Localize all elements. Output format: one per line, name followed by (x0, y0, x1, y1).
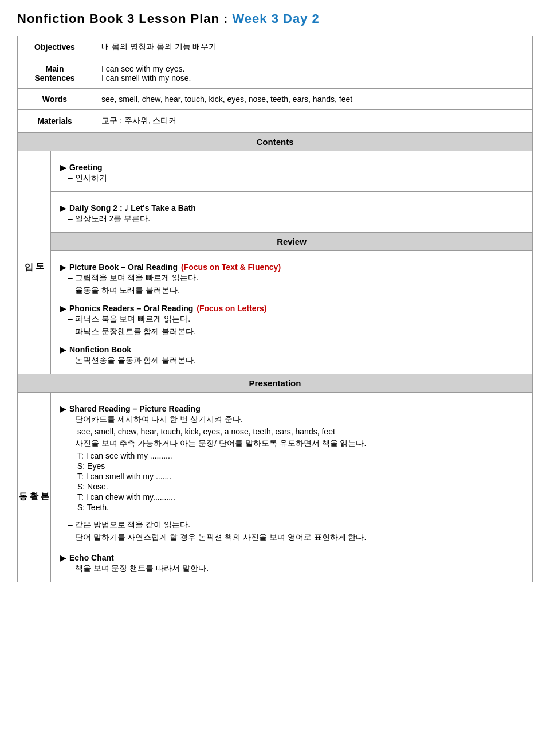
dialog2-t: T: I can smell with my ....... (60, 472, 523, 481)
phonics-bullet: ▶ Phonics Readers – Oral Reading (Focus … (60, 304, 523, 313)
review-content-cell: ▶ Picture Book – Oral Reading (Focus on … (51, 251, 533, 374)
contents-header-row: Contents (18, 133, 533, 151)
picture-book-bullet: ▶ Picture Book – Oral Reading (Focus on … (60, 263, 523, 272)
presentation-content-row: 본활동 ▶ Shared Reading – Picture Reading –… (18, 393, 533, 582)
presentation-content-cell: ▶ Shared Reading – Picture Reading – 단어카… (51, 393, 533, 582)
nonfiction-bullet: ▶ Nonfiction Book (60, 345, 523, 354)
echo-chant-dash: – 책을 보며 문장 챈트를 따라서 말한다. (60, 563, 523, 574)
review-header: Review (51, 233, 533, 251)
echo-chant-bullet: ▶ Echo Chant (60, 553, 523, 562)
picture-book-dash1: – 그림책을 보며 책을 빠르게 읽는다. (60, 273, 523, 283)
contents-header: Contents (18, 133, 533, 151)
daily-song-cell: ▶ Daily Song 2 : ♩ Let's Take a Bath – 일… (51, 192, 533, 233)
daily-song-bullet: ▶ Daily Song 2 : ♩ Let's Take a Bath (60, 203, 523, 213)
words-value: see, smell, chew, hear, touch, kick, eye… (92, 89, 533, 110)
shared-indent: see, smell, chew, hear, touch, kick, eye… (60, 427, 523, 436)
greeting-row: 도입 ▶ Greeting – 인사하기 (18, 151, 533, 192)
dialog1-t: T: I can see with my .......... (60, 451, 523, 460)
shared-dash1: – 단어카드를 제시하여 다시 한 번 상기시켜 준다. (60, 414, 523, 425)
objectives-value: 내 몸의 명칭과 몸의 기능 배우기 (92, 36, 533, 58)
dialog2-s: S: Nose. (60, 482, 523, 491)
review-content-row: ▶ Picture Book – Oral Reading (Focus on … (18, 251, 533, 374)
info-table: Objectives 내 몸의 명칭과 몸의 기능 배우기 Main Sente… (17, 36, 533, 132)
greeting-bullet: ▶ Greeting (60, 163, 523, 172)
objectives-label: Objectives (18, 36, 92, 58)
main-table: Contents 도입 ▶ Greeting – 인사하기 ▶ Daily So… (17, 132, 533, 582)
words-row: Words see, smell, chew, hear, touch, kic… (18, 89, 533, 110)
page-title: Nonfiction Book 3 Lesson Plan : Week 3 D… (17, 11, 533, 26)
shared-dash2: – 사진을 보며 추측 가능하거나 아는 문장/ 단어를 말하도록 유도하면서 … (60, 438, 523, 449)
materials-value: 교구 : 주사위, 스티커 (92, 110, 533, 132)
phonics-dash2: – 파닉스 문장챈트를 함께 불러본다. (60, 327, 523, 337)
picture-book-dash2: – 율동을 하며 노래를 불러본다. (60, 285, 523, 296)
presentation-header-row: Presentation (18, 374, 533, 393)
daily-song-row: ▶ Daily Song 2 : ♩ Let's Take a Bath – 일… (18, 192, 533, 233)
greeting-cell: ▶ Greeting – 인사하기 (51, 151, 533, 192)
shared-reading-bullet: ▶ Shared Reading – Picture Reading (60, 404, 523, 413)
presentation-header: Presentation (18, 374, 533, 393)
main-sentences-label: Main Sentences (18, 58, 92, 89)
objectives-row: Objectives 내 몸의 명칭과 몸의 기능 배우기 (18, 36, 533, 58)
도입-label: 도입 (18, 151, 51, 374)
dialog3-s: S: Teeth. (60, 503, 523, 512)
본활동-label: 본활동 (18, 393, 51, 582)
greeting-dash: – 인사하기 (60, 173, 523, 183)
main-sentences-row: Main Sentences I can see with my eyes. I… (18, 58, 533, 89)
main-sentences-value: I can see with my eyes. I can smell with… (92, 58, 533, 89)
dialog1-s: S: Eyes (60, 461, 523, 471)
materials-label: Materials (18, 110, 92, 132)
words-label: Words (18, 89, 92, 110)
shared-dash4: – 단어 말하기를 자연스럽게 할 경우 논픽션 책의 사진을 보며 영어로 표… (60, 532, 523, 543)
shared-dash3: – 같은 방법으로 책을 같이 읽는다. (60, 520, 523, 530)
materials-row: Materials 교구 : 주사위, 스티커 (18, 110, 533, 132)
daily-song-dash: – 일상노래 2를 부른다. (60, 214, 523, 224)
dialog3-t: T: I can chew with my.......... (60, 492, 523, 502)
phonics-dash1: – 파닉스 북을 보며 빠르게 읽는다. (60, 314, 523, 324)
nonfiction-dash: – 논픽션송을 율동과 함께 불러본다. (60, 355, 523, 366)
review-header-row: Review (18, 233, 533, 251)
